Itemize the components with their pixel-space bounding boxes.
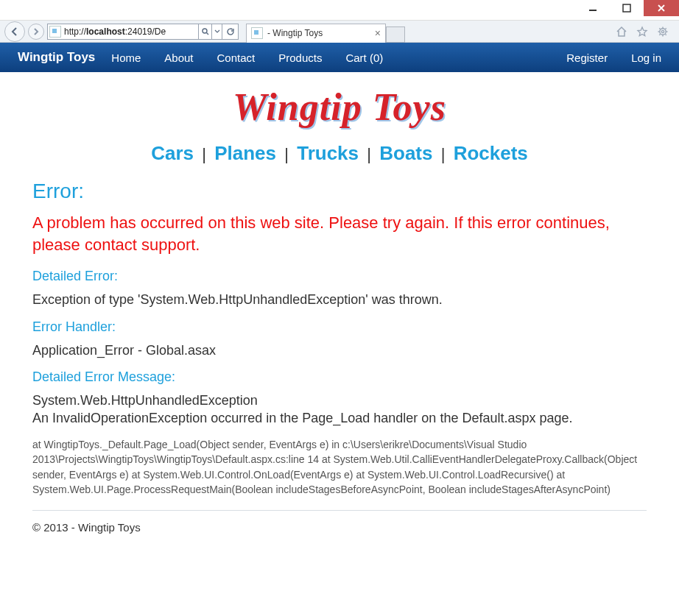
- category-nav: Cars | Planes | Trucks | Boats | Rockets: [32, 136, 647, 172]
- nav-cart[interactable]: Cart (0): [345, 52, 383, 64]
- search-dropdown[interactable]: [199, 24, 212, 40]
- tab-close-icon[interactable]: ×: [375, 27, 381, 39]
- window-minimize-button[interactable]: [576, 0, 610, 16]
- category-boats[interactable]: Boats: [379, 142, 432, 164]
- category-cars[interactable]: Cars: [151, 142, 194, 164]
- svg-point-3: [660, 28, 666, 34]
- search-dropdown-caret[interactable]: [212, 24, 222, 40]
- site-nav: Wingtip Toys Home About Contact Products…: [0, 43, 679, 72]
- category-sep: |: [199, 145, 209, 163]
- detailed-error-message-label: Detailed Error Message:: [32, 369, 647, 385]
- svg-rect-1: [623, 4, 630, 12]
- browser-toolbar: http://localhost:24019/De - Wingtip Toys…: [0, 21, 679, 43]
- window-close-button[interactable]: [644, 0, 679, 16]
- tab-page-icon: [251, 27, 263, 39]
- error-message: A problem has occurred on this web site.…: [32, 212, 647, 255]
- browser-tabs: - Wingtip Toys ×: [246, 21, 405, 43]
- page-content: Wingtip Toys Cars | Planes | Trucks | Bo…: [0, 72, 679, 548]
- footer-text: © 2013 - Wingtip Toys: [32, 521, 647, 548]
- category-sep: |: [438, 145, 448, 163]
- detailed-error-label: Detailed Error:: [32, 269, 647, 284]
- error-title: Error:: [32, 180, 647, 203]
- nav-home[interactable]: Home: [111, 52, 141, 64]
- site-logo: Wingtip Toys: [233, 86, 446, 128]
- forward-button[interactable]: [28, 24, 44, 40]
- detailed-error-text: Exception of type 'System.Web.HttpUnhand…: [32, 291, 647, 308]
- svg-rect-0: [589, 10, 597, 11]
- error-handler-text: Application_Error - Global.asax: [32, 342, 647, 359]
- nav-contact[interactable]: Contact: [217, 52, 256, 64]
- home-icon[interactable]: [616, 26, 627, 38]
- stack-trace: at WingtipToys._Default.Page_Load(Object…: [32, 437, 647, 497]
- address-text: http://localhost:24019/De: [64, 26, 197, 37]
- refresh-button[interactable]: [222, 24, 239, 40]
- nav-products[interactable]: Products: [278, 52, 322, 64]
- new-tab-button[interactable]: [386, 26, 405, 43]
- category-trucks[interactable]: Trucks: [297, 142, 359, 164]
- error-handler-label: Error Handler:: [32, 319, 647, 335]
- category-rockets[interactable]: Rockets: [454, 142, 528, 164]
- category-sep: |: [281, 145, 292, 163]
- nav-register[interactable]: Register: [566, 52, 608, 64]
- page-icon: [49, 26, 61, 38]
- brand[interactable]: Wingtip Toys: [18, 50, 95, 65]
- svg-point-2: [203, 29, 207, 33]
- back-button[interactable]: [4, 21, 25, 42]
- tools-icon[interactable]: [657, 26, 669, 38]
- favorites-icon[interactable]: [636, 26, 648, 38]
- category-planes[interactable]: Planes: [214, 142, 276, 164]
- window-titlebar: [0, 0, 679, 21]
- window-maximize-button[interactable]: [610, 0, 644, 16]
- svg-point-4: [661, 30, 664, 32]
- nav-about[interactable]: About: [164, 52, 193, 64]
- category-sep: |: [364, 145, 374, 163]
- address-bar[interactable]: http://localhost:24019/De: [47, 24, 199, 40]
- browser-tab[interactable]: - Wingtip Toys ×: [246, 24, 386, 43]
- tab-title: - Wingtip Toys: [267, 28, 370, 38]
- detailed-error-message-text: System.Web.HttpUnhandledException An Inv…: [32, 392, 647, 427]
- nav-login[interactable]: Log in: [631, 52, 661, 64]
- footer-divider: [32, 510, 647, 511]
